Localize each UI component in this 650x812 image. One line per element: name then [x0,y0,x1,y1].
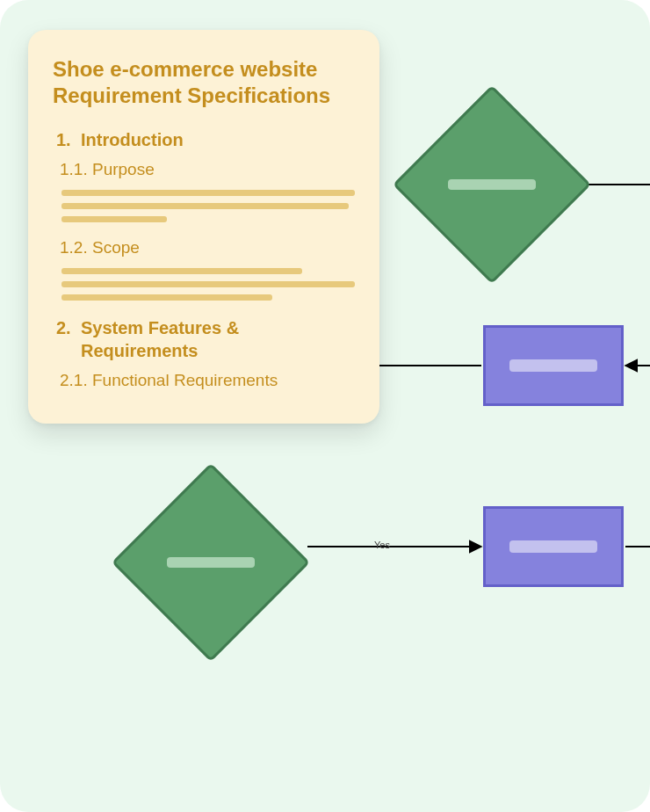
flowchart-decision-2 [112,463,310,662]
section-number: 2. [56,316,76,362]
section-title: System Features & Requirements [81,316,355,362]
doc-title: Shoe e-commerce website Requirement Spec… [53,56,355,109]
placeholder-bar [509,359,597,372]
section-1-2-heading: 1.2. Scope [53,238,355,257]
text-line [61,294,272,301]
subsection-title: Scope [92,238,140,257]
section-2-heading: 2. System Features & Requirements [53,316,355,362]
placeholder-bar [509,540,597,553]
subsection-title: Purpose [92,160,155,178]
placeholder-bar [167,557,255,568]
body-placeholder [53,190,355,222]
body-placeholder [53,268,355,301]
flowchart-decision-1 [393,85,591,284]
placeholder-bar [448,179,536,190]
subsection-number: 1.1. [60,160,88,178]
text-line [61,216,167,222]
subsection-title: Functional Requirements [92,371,278,389]
edge-label-yes: Yes [374,540,390,550]
text-line [61,268,302,274]
text-line [61,190,355,196]
section-number: 1. [56,128,76,151]
flowchart-process-2 [483,506,624,587]
requirements-document-card: Shoe e-commerce website Requirement Spec… [28,30,379,424]
section-1-1-heading: 1.1. Purpose [53,160,355,179]
flowchart-process-1 [483,325,624,406]
diagram-canvas: Yes Shoe e-commerce website Requirement … [0,0,650,812]
section-2-1-heading: 2.1. Functional Requirements [53,371,355,390]
section-title: Introduction [81,128,355,151]
subsection-number: 2.1. [60,371,88,389]
subsection-number: 1.2. [60,238,88,257]
section-1-heading: 1. Introduction [53,128,355,151]
text-line [61,203,349,209]
text-line [61,281,355,287]
